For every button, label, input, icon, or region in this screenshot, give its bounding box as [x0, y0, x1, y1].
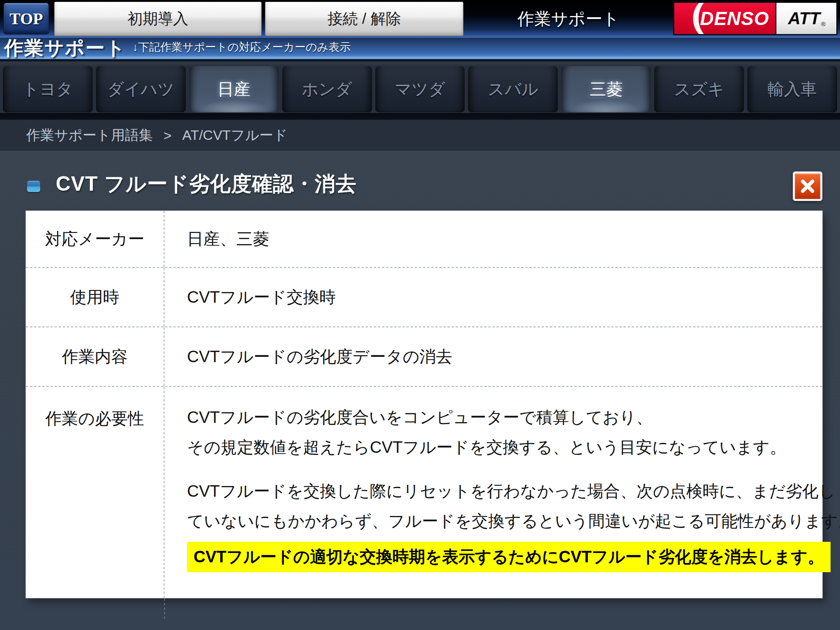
maker-tab-suzuki[interactable]: スズキ: [654, 66, 744, 112]
tab-initial-setup[interactable]: 初期導入: [54, 2, 262, 36]
row-value: 日産、三菱: [164, 211, 822, 267]
work-support-header: 作業サポート ↓下記作業サポートの対応メーカーのみ表示: [0, 38, 840, 62]
column-divider-tail: [164, 598, 165, 619]
denso-logo-text: DENSO: [700, 7, 769, 30]
maker-tab-mitsubishi[interactable]: 三菱: [561, 66, 651, 112]
necessity-paragraph-1: CVTフルードの劣化度合いをコンピューターで積算しており、 その規定数値を超えた…: [187, 402, 840, 462]
table-row-makers: 対応メーカー 日産、三菱: [26, 211, 822, 267]
title-bullet-icon: [27, 181, 40, 192]
maker-tab-nissan[interactable]: 日産: [189, 66, 279, 112]
breadcrumb-current: AT/CVTフルード: [182, 126, 288, 145]
att-logo: ATT ®: [776, 3, 836, 34]
denso-logo: DENSO: [674, 3, 775, 34]
screen: TOP 初期導入 接続 / 解除 作業サポート DENSO ATT ® 作業サポ…: [0, 0, 840, 630]
maker-tab-bar: トヨタ ダイハツ 日産 ホンダ マツダ スバル 三菱 スズキ 輸入車: [0, 62, 840, 120]
text-line: ていないにもかかわらず、フルードを交換するという間違いが起こる可能性があります。: [187, 506, 840, 536]
tab-connect-disconnect[interactable]: 接続 / 解除: [265, 2, 463, 36]
row-label: 対応メーカー: [26, 211, 164, 267]
maker-tab-import[interactable]: 輸入車: [747, 66, 837, 112]
row-label: 作業の必要性: [26, 387, 164, 598]
maker-tab-subaru[interactable]: スバル: [468, 66, 558, 112]
top-button[interactable]: TOP: [3, 2, 49, 34]
close-icon: [799, 177, 817, 195]
att-logo-text: ATT: [788, 9, 820, 28]
breadcrumb-glossary-link[interactable]: 作業サポート用語集: [26, 126, 153, 145]
table-row-when-used: 使用時 CVTフルード交換時: [26, 267, 822, 326]
necessity-paragraph-2: CVTフルードを交換した際にリセットを行わなかった場合、次の点検時に、まだ劣化し…: [187, 476, 840, 536]
text-line: CVTフルードを交換した際にリセットを行わなかった場合、次の点検時に、まだ劣化し: [187, 476, 840, 506]
text-line: その規定数値を超えたらCVTフルードを交換する、という目安になっています。: [187, 432, 840, 462]
table-row-work-content: 作業内容 CVTフルードの劣化度データの消去: [26, 326, 822, 386]
maker-tab-daihatsu[interactable]: ダイハツ: [96, 66, 186, 112]
registered-trademark: ®: [821, 21, 826, 27]
breadcrumb-separator: >: [163, 128, 171, 144]
work-support-header-note: ↓下記作業サポートの対応メーカーのみ表示: [132, 40, 351, 55]
row-value: CVTフルードの劣化度合いをコンピューターで積算しており、 その規定数値を超えた…: [164, 387, 840, 598]
highlighted-note: CVTフルードの適切な交換時期を表示するためにCVTフルード劣化度を消去します。: [187, 542, 831, 572]
detail-table: 対応メーカー 日産、三菱 使用時 CVTフルード交換時 作業内容 CVTフルード…: [25, 210, 823, 598]
top-bar: TOP 初期導入 接続 / 解除 作業サポート DENSO ATT ®: [0, 0, 840, 38]
text-line: CVTフルードの劣化度合いをコンピューターで積算しており、: [187, 402, 840, 432]
close-button[interactable]: [793, 171, 822, 201]
row-value: CVTフルードの劣化度データの消去: [164, 327, 822, 386]
tab-work-support[interactable]: 作業サポート: [464, 0, 673, 38]
row-value: CVTフルード交換時: [164, 268, 822, 326]
row-label: 使用時: [26, 268, 164, 326]
row-label: 作業内容: [26, 327, 164, 386]
maker-tab-toyota[interactable]: トヨタ: [3, 66, 93, 112]
breadcrumb: 作業サポート用語集 > AT/CVTフルード: [0, 120, 840, 151]
work-support-header-title: 作業サポート: [4, 38, 126, 57]
brand-logos: DENSO ATT ®: [673, 2, 838, 35]
table-row-necessity: 作業の必要性 CVTフルードの劣化度合いをコンピューターで積算しており、 その規…: [26, 386, 822, 598]
maker-tab-mazda[interactable]: マツダ: [375, 66, 465, 112]
page-title: CVT フルード劣化度確認・消去: [56, 169, 356, 199]
maker-tab-honda[interactable]: ホンダ: [282, 66, 372, 112]
